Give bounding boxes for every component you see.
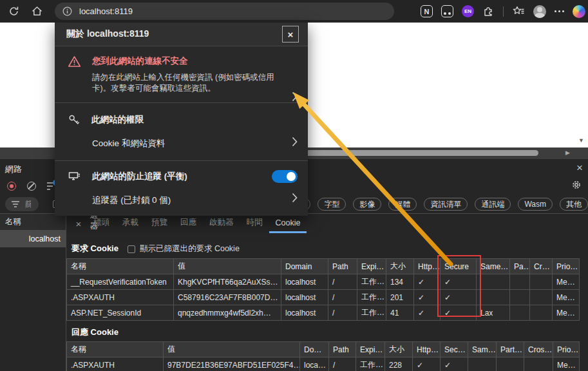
horizontal-scroll-right-icon[interactable]: ▶ [565, 149, 570, 156]
chevron-right-icon [292, 193, 298, 203]
extensions-puzzle-icon[interactable] [482, 5, 495, 17]
filter-pill-other[interactable]: 其他 [560, 198, 588, 211]
trackers-blocked-row[interactable]: 追蹤器 (已封鎖 0 個) [55, 187, 308, 216]
tab-headers[interactable]: 標頭 [87, 214, 116, 233]
connection-warning-section[interactable]: 您到此網站的連線不安全 請勿在此網站上輸入任何機密資訊 (例如密碼或信用 卡)。… [55, 46, 308, 103]
detail-tabs: × 標頭 承載 預覽 回應 啟動器 時間 Cookie [66, 214, 588, 233]
response-cookies-title: 回應 Cookie [71, 327, 588, 338]
chevron-right-icon [292, 91, 298, 102]
popup-title: 關於 localhost:8119 [66, 28, 149, 40]
tracking-label: 此網站的防止追蹤 (平衡) [92, 171, 187, 182]
home-icon[interactable] [31, 5, 44, 18]
warning-title: 您到此網站的連線不安全 [92, 55, 188, 67]
tracking-section: 此網站的防止追蹤 (平衡) 追蹤器 (已封鎖 0 個) [55, 161, 308, 216]
filter-pill-socket[interactable]: 通訊端 [475, 198, 511, 211]
key-icon [68, 113, 81, 126]
filter-input[interactable] [24, 199, 32, 209]
table-header-row: 名稱 值 Domain Path Expi… 大小 Http… Secure S… [67, 259, 580, 274]
filter-pill-media[interactable]: 媒體 [388, 198, 417, 211]
toolbar-right-icons: N EN [421, 0, 585, 23]
request-row-localhost[interactable]: localhost [0, 231, 66, 247]
devtools-close-icon[interactable]: × [576, 162, 583, 175]
site-info-popup: 關於 localhost:8119 × 您到此網站的連線不安全 請勿在此網站上輸… [55, 23, 308, 216]
reload-icon[interactable] [8, 5, 21, 18]
checkbox-icon[interactable] [128, 245, 135, 253]
tab-initiator[interactable]: 啟動器 [203, 214, 240, 233]
settings-menu-icon[interactable] [555, 10, 564, 12]
table-row[interactable]: .ASPXAUTHC587916C23AF7F8B007D… localhost… [67, 290, 580, 305]
tracking-prevention-toggle[interactable] [272, 170, 298, 183]
response-cookies-table: 名稱 值 Do… Path Expi… 大小 Http… Sec… Sam… P… [66, 341, 580, 371]
notion-extension-icon[interactable]: N [421, 5, 433, 17]
permissions-label: 此網站的權限 [91, 114, 144, 126]
tab-payload[interactable]: 承載 [116, 214, 145, 233]
tab-response[interactable]: 回應 [174, 214, 203, 233]
show-filtered-cookies-checkbox[interactable]: 顯示已篩選出的要求 Cookie [128, 243, 240, 254]
request-cookies-table: 名稱 值 Domain Path Expi… 大小 Http… Secure S… [66, 258, 580, 321]
close-detail-icon[interactable]: × [70, 214, 87, 233]
trackers-label: 追蹤器 (已封鎖 0 個) [92, 195, 171, 205]
vertical-scroll-down-icon[interactable]: ▼ [578, 137, 584, 144]
cookies-and-site-data-row[interactable]: Cookie 和網站資料 [55, 130, 308, 160]
translate-en-badge[interactable]: EN [462, 5, 474, 17]
devtools-settings-gear-icon[interactable] [571, 180, 582, 193]
profile-avatar[interactable] [533, 5, 546, 18]
copilot-icon[interactable] [573, 5, 585, 18]
url-input[interactable] [78, 6, 386, 17]
request-cookies-title: 要求 Cookie [71, 243, 119, 254]
extension-robot-icon[interactable] [441, 5, 453, 17]
tab-cookies[interactable]: Cookie [269, 214, 307, 233]
warning-triangle-icon [68, 55, 81, 68]
clear-network-log-icon[interactable] [27, 182, 36, 191]
address-bar[interactable] [55, 3, 394, 20]
tab-timing[interactable]: 時間 [240, 214, 269, 233]
site-permissions-row[interactable]: 此網站的權限 [55, 103, 308, 130]
filter-searchbox[interactable] [5, 197, 39, 211]
permissions-section: 此網站的權限 Cookie 和網站資料 [55, 103, 308, 161]
request-list-sidebar: 名稱 localhost [0, 214, 66, 371]
toolbar-divider [503, 6, 504, 17]
cookies-label: Cookie 和網站資料 [92, 138, 165, 148]
site-info-icon[interactable] [62, 6, 72, 16]
filter-pill-wasm[interactable]: Wasm [518, 198, 553, 211]
table-row[interactable]: ASP.NET_SessionIdqnqzedhmmxg4wf5dl2xh… l… [67, 305, 580, 321]
chevron-right-icon [292, 137, 298, 147]
tab-preview[interactable]: 預覽 [145, 214, 174, 233]
favorites-hub-icon[interactable] [512, 5, 525, 17]
popup-titlebar: 關於 localhost:8119 × [55, 23, 308, 46]
request-list-header[interactable]: 名稱 [0, 214, 66, 231]
secure-column-highlight-box [437, 255, 481, 317]
filter-pill-font[interactable]: 字型 [318, 198, 346, 211]
popup-close-button[interactable]: × [282, 26, 299, 43]
filter-pill-img[interactable]: 影像 [353, 198, 381, 211]
record-network-log-icon[interactable] [7, 182, 16, 191]
request-detail-pane: × 標頭 承載 預覽 回應 啟動器 時間 Cookie 要求 Cookie 顯示… [66, 214, 588, 371]
filter-pill-manifest[interactable]: 資訊清單 [424, 198, 468, 211]
edge-browser-window: N EN ▼ ▶ 網路 × × [0, 0, 588, 371]
tracking-prevention-row: 此網站的防止追蹤 (平衡) [55, 161, 308, 187]
request-cookies-header-row: 要求 Cookie 顯示已篩選出的要求 Cookie [66, 233, 588, 258]
network-main-area: 名稱 localhost × 標頭 承載 預覽 回應 啟動器 時間 Cookie… [0, 213, 588, 371]
funnel-icon [12, 201, 19, 207]
table-header-row: 名稱 值 Do… Path Expi… 大小 Http… Sec… Sam… P… [67, 342, 580, 357]
table-row[interactable]: .ASPXAUTH97B7DE21B36E97ABFD51EF025F4… lo… [67, 357, 580, 371]
table-row[interactable]: __RequestVerificationTokenKhgKVCPfHT66qa… [67, 274, 580, 290]
warning-description: 請勿在此網站上輸入任何機密資訊 (例如密碼或信用 卡)。攻擊者可能會竊取這些資訊… [55, 70, 308, 102]
devtools-network-title[interactable]: 網路 [5, 164, 22, 175]
browser-toolbar: N EN [0, 0, 588, 23]
monitor-eye-icon [68, 171, 81, 183]
